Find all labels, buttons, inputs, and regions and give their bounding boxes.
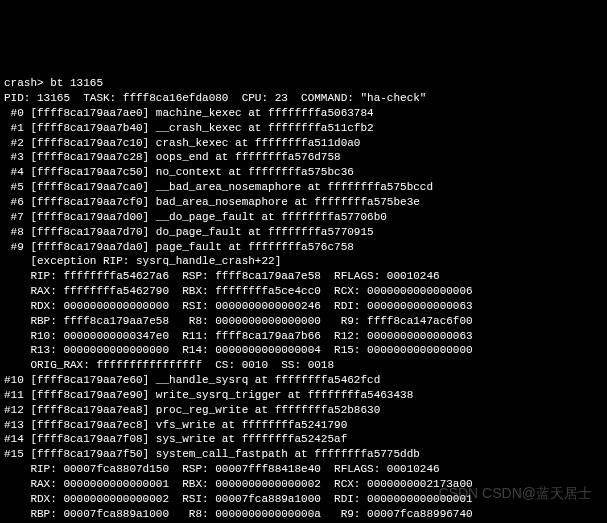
terminal-line: #6 [ffff8ca179aa7cf0] bad_area_nosemapho… xyxy=(4,195,603,210)
terminal-line: PID: 13165 TASK: ffff8ca16efda080 CPU: 2… xyxy=(4,91,603,106)
terminal-line: #0 [ffff8ca179aa7ae0] machine_kexec at f… xyxy=(4,106,603,121)
terminal-line: [exception RIP: sysrq_handle_crash+22] xyxy=(4,254,603,269)
terminal-line: RAX: 0000000000000001 RBX: 0000000000000… xyxy=(4,477,603,492)
terminal-line: RDX: 0000000000000002 RSI: 00007fca889a1… xyxy=(4,492,603,507)
terminal-line: #15 [ffff8ca179aa7f50] system_call_fastp… xyxy=(4,447,603,462)
terminal-line: #7 [ffff8ca179aa7d00] __do_page_fault at… xyxy=(4,210,603,225)
terminal-line: #5 [ffff8ca179aa7ca0] __bad_area_nosemap… xyxy=(4,180,603,195)
terminal-line: ORIG_RAX: ffffffffffffffff CS: 0010 SS: … xyxy=(4,358,603,373)
terminal-line: #13 [ffff8ca179aa7ec8] vfs_write at ffff… xyxy=(4,418,603,433)
terminal-line: #14 [ffff8ca179aa7f08] sys_write at ffff… xyxy=(4,432,603,447)
terminal-line: R13: 0000000000000000 R14: 0000000000000… xyxy=(4,343,603,358)
terminal-line: RBP: ffff8ca179aa7e58 R8: 00000000000000… xyxy=(4,314,603,329)
terminal-line: #4 [ffff8ca179aa7c50] no_context at ffff… xyxy=(4,165,603,180)
terminal-line: #8 [ffff8ca179aa7d70] do_page_fault at f… xyxy=(4,225,603,240)
terminal-line: RDX: 0000000000000000 RSI: 0000000000000… xyxy=(4,299,603,314)
terminal-line xyxy=(4,61,603,76)
terminal-line: RAX: ffffffffa5462790 RBX: ffffffffa5ce4… xyxy=(4,284,603,299)
terminal-line: #12 [ffff8ca179aa7ea8] proc_reg_write at… xyxy=(4,403,603,418)
terminal-line: RIP: 00007fca8807d150 RSP: 00007fff88418… xyxy=(4,462,603,477)
terminal-line: #3 [ffff8ca179aa7c28] oops_end at ffffff… xyxy=(4,150,603,165)
terminal-line: crash> bt 13165 xyxy=(4,76,603,91)
terminal-line: RIP: ffffffffa54627a6 RSP: ffff8ca179aa7… xyxy=(4,269,603,284)
terminal-line: #9 [ffff8ca179aa7da0] page_fault at ffff… xyxy=(4,240,603,255)
terminal-line: #10 [ffff8ca179aa7e60] __handle_sysrq at… xyxy=(4,373,603,388)
terminal-line: RBP: 00007fca889a1000 R8: 00000000000000… xyxy=(4,507,603,522)
terminal-line: R10: 00000000000347e0 R11: ffff8ca179aa7… xyxy=(4,329,603,344)
terminal-line: #2 [ffff8ca179aa7c10] crash_kexec at fff… xyxy=(4,136,603,151)
terminal-output: crash> bt 13165PID: 13165 TASK: ffff8ca1… xyxy=(4,61,603,523)
terminal-line: #11 [ffff8ca179aa7e90] write_sysrq_trigg… xyxy=(4,388,603,403)
terminal-line: #1 [ffff8ca179aa7b40] __crash_kexec at f… xyxy=(4,121,603,136)
